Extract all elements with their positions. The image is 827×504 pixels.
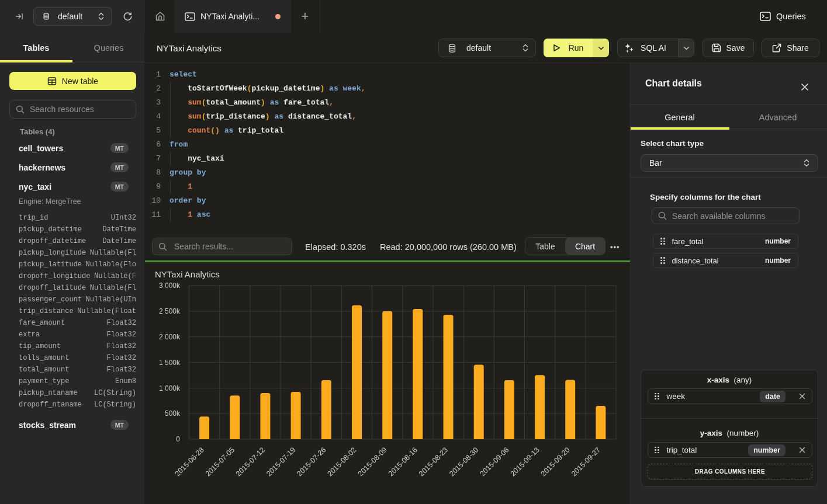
svg-text:500k: 500k — [165, 409, 181, 418]
svg-text:2015-08-16: 2015-08-16 — [387, 446, 419, 478]
svg-text:2015-07-19: 2015-07-19 — [265, 446, 297, 478]
svg-text:2015-06-28: 2015-06-28 — [174, 446, 206, 478]
svg-text:2015-09-13: 2015-09-13 — [509, 446, 541, 478]
svg-text:2015-08-09: 2015-08-09 — [357, 446, 389, 478]
svg-text:NYTaxi Analytics: NYTaxi Analytics — [155, 269, 220, 279]
svg-text:2 000k: 2 000k — [159, 333, 181, 341]
svg-text:2015-08-23: 2015-08-23 — [417, 446, 449, 478]
svg-text:3 000k: 3 000k — [159, 281, 181, 290]
svg-text:2015-09-20: 2015-09-20 — [539, 446, 572, 478]
svg-text:2015-07-12: 2015-07-12 — [234, 446, 267, 478]
svg-text:2015-07-26: 2015-07-26 — [295, 446, 327, 478]
svg-text:2015-09-06: 2015-09-06 — [478, 446, 510, 478]
svg-text:1 000k: 1 000k — [159, 384, 181, 392]
svg-text:2015-07-05: 2015-07-05 — [204, 446, 236, 478]
svg-text:2015-08-02: 2015-08-02 — [326, 446, 358, 478]
svg-text:2 500k: 2 500k — [159, 307, 181, 315]
svg-text:0: 0 — [176, 435, 180, 443]
svg-text:2015-09-27: 2015-09-27 — [570, 446, 602, 478]
svg-text:1 500k: 1 500k — [159, 359, 181, 367]
svg-text:2015-08-30: 2015-08-30 — [448, 446, 480, 478]
